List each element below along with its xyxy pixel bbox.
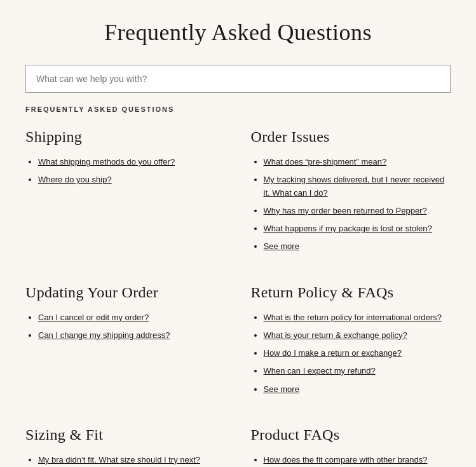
list-item: Where do you ship? bbox=[38, 173, 226, 186]
list-item: See more bbox=[264, 383, 451, 396]
faq-link-change-address[interactable]: Can I change my shipping address? bbox=[38, 330, 170, 340]
faq-link-make-return[interactable]: How do I make a return or exchange? bbox=[264, 348, 402, 358]
list-item: My bra didn’t fit. What size should I tr… bbox=[38, 454, 226, 466]
section-title-product-faqs: Product FAQs bbox=[251, 426, 451, 443]
faq-section-product-faqs: Product FAQs How does the fit compare wi… bbox=[238, 426, 451, 467]
faq-link-bra-didnt-fit[interactable]: My bra didn’t fit. What size should I tr… bbox=[38, 455, 200, 464]
faq-link-returned-to-pepper[interactable]: Why has my order been returned to Pepper… bbox=[264, 206, 427, 215]
list-item: What is your return & exchange policy? bbox=[264, 329, 451, 342]
faq-link-fit-compare[interactable]: How does the fit compare with other bran… bbox=[264, 455, 428, 464]
list-item: How do I make a return or exchange? bbox=[264, 347, 451, 360]
section-label: FREQUENTLY ASKED QUESTIONS bbox=[25, 105, 451, 113]
faq-section-updating-order: Updating Your Order Can I cancel or edit… bbox=[25, 284, 238, 426]
faq-link-international-return[interactable]: What is the return policy for internatio… bbox=[264, 313, 442, 322]
faq-grid: Shipping What shipping methods do you of… bbox=[25, 128, 451, 467]
list-item: Why has my order been returned to Pepper… bbox=[264, 205, 451, 217]
faq-link-cancel-edit[interactable]: Can I cancel or edit my order? bbox=[38, 313, 149, 322]
list-item: What shipping methods do you offer? bbox=[38, 156, 226, 168]
faq-link-expect-refund[interactable]: When can I expect my refund? bbox=[264, 366, 376, 376]
list-item: When can I expect my refund? bbox=[264, 365, 451, 377]
list-item: What does “pre-shipment” mean? bbox=[264, 156, 451, 168]
section-title-order-issues: Order Issues bbox=[251, 128, 451, 146]
see-more-return-policy[interactable]: See more bbox=[264, 384, 299, 394]
faq-list-order-issues: What does “pre-shipment” mean? My tracki… bbox=[251, 156, 451, 254]
faq-link-shipping-methods[interactable]: What shipping methods do you offer? bbox=[38, 157, 175, 166]
faq-list-sizing-fit: My bra didn’t fit. What size should I tr… bbox=[25, 454, 226, 467]
list-item: Can I change my shipping address? bbox=[38, 329, 226, 342]
search-container bbox=[25, 65, 451, 93]
faq-link-return-exchange-policy[interactable]: What is your return & exchange policy? bbox=[264, 330, 407, 340]
faq-list-updating-order: Can I cancel or edit my order? Can I cha… bbox=[25, 311, 226, 342]
list-item: Can I cancel or edit my order? bbox=[38, 311, 226, 324]
faq-section-order-issues: Order Issues What does “pre-shipment” me… bbox=[238, 128, 451, 284]
section-title-updating-order: Updating Your Order bbox=[25, 284, 226, 301]
faq-section-shipping: Shipping What shipping methods do you of… bbox=[25, 128, 238, 284]
page-title: Frequently Asked Questions bbox=[25, 19, 451, 46]
search-input[interactable] bbox=[36, 74, 440, 84]
section-title-shipping: Shipping bbox=[25, 128, 226, 146]
list-item: What is the return policy for internatio… bbox=[264, 311, 451, 324]
faq-list-shipping: What shipping methods do you offer? Wher… bbox=[25, 156, 226, 187]
see-more-order-issues[interactable]: See more bbox=[264, 241, 299, 251]
faq-section-return-policy: Return Policy & FAQs What is the return … bbox=[238, 284, 451, 426]
faq-link-tracking-delivered[interactable]: My tracking shows delivered, but I never… bbox=[264, 175, 445, 197]
section-title-return-policy: Return Policy & FAQs bbox=[251, 284, 451, 301]
faq-list-product-faqs: How does the fit compare with other bran… bbox=[251, 454, 451, 467]
list-item: See more bbox=[264, 240, 451, 253]
faq-link-where-ship[interactable]: Where do you ship? bbox=[38, 175, 112, 184]
faq-link-preshipment[interactable]: What does “pre-shipment” mean? bbox=[264, 157, 387, 166]
list-item: What happens if my package is lost or st… bbox=[264, 222, 451, 235]
list-item: How does the fit compare with other bran… bbox=[264, 454, 451, 466]
list-item: My tracking shows delivered, but I never… bbox=[264, 173, 451, 200]
faq-list-return-policy: What is the return policy for internatio… bbox=[251, 311, 451, 396]
faq-section-sizing-fit: Sizing & Fit My bra didn’t fit. What siz… bbox=[25, 426, 238, 467]
section-title-sizing-fit: Sizing & Fit bbox=[25, 426, 226, 443]
faq-link-lost-stolen[interactable]: What happens if my package is lost or st… bbox=[264, 224, 432, 233]
